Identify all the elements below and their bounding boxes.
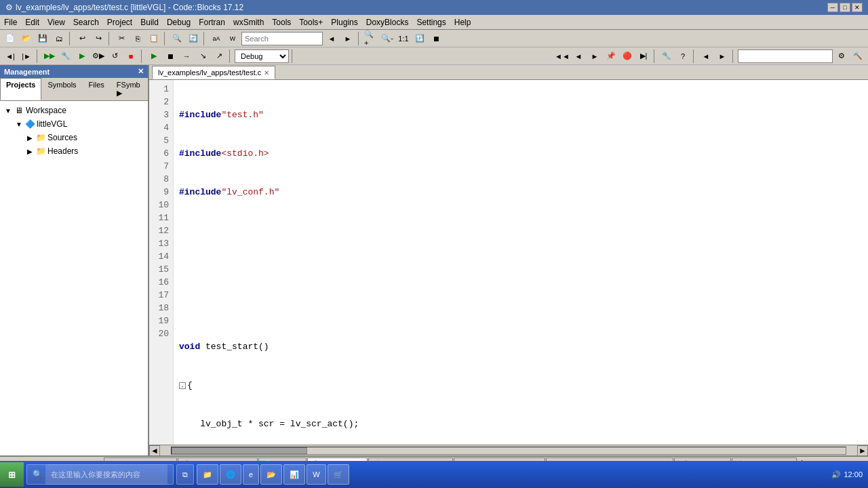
match-case-button[interactable]: aA bbox=[209, 31, 224, 46]
debug-select[interactable]: Debug bbox=[235, 49, 289, 63]
cut-button[interactable]: ✂ bbox=[114, 31, 129, 46]
build-button[interactable]: 🔧 bbox=[58, 49, 73, 64]
nav-prev-button[interactable]: ◄ bbox=[698, 49, 713, 64]
sources-expand-icon[interactable]: ▶ bbox=[24, 132, 35, 143]
zoom-reset-button[interactable]: 1:1 bbox=[396, 31, 411, 46]
menu-wxsmith[interactable]: wxSmith bbox=[229, 16, 268, 28]
menu-search[interactable]: Search bbox=[69, 16, 103, 28]
jump-input[interactable] bbox=[738, 49, 833, 63]
rebuild-button[interactable]: ↺ bbox=[107, 49, 122, 64]
whole-word-button[interactable]: W bbox=[225, 31, 240, 46]
menu-debug[interactable]: Debug bbox=[163, 16, 195, 28]
code-content[interactable]: #include "test.h" #include <stdio.h> #in… bbox=[174, 80, 868, 445]
goto-button[interactable]: ⚙ bbox=[834, 49, 849, 64]
menu-build[interactable]: Build bbox=[136, 16, 163, 28]
tab-close-icon[interactable]: ✕ bbox=[264, 69, 269, 77]
debug-stop-button[interactable]: ⏹ bbox=[163, 49, 178, 64]
paste-button[interactable]: 📋 bbox=[146, 31, 161, 46]
tree-workspace[interactable]: ▼ 🖥 Workspace bbox=[0, 104, 148, 117]
taskbar-store-button[interactable]: 🛒 bbox=[328, 464, 349, 485]
close-button[interactable]: ✕ bbox=[852, 3, 863, 12]
build-run-button[interactable]: ⚙▶ bbox=[91, 49, 106, 64]
menu-edit[interactable]: Edit bbox=[21, 16, 43, 28]
bookmark-prev-button[interactable]: ◄| bbox=[3, 49, 18, 64]
editor-tab-main[interactable]: lv_examples/lv_apps/test/test.c ✕ bbox=[152, 66, 275, 79]
debug-run-button[interactable]: ▶ bbox=[146, 49, 161, 64]
code-editor[interactable]: 12345 678910 1112131415 1617181920 #incl… bbox=[149, 80, 868, 445]
back-button[interactable]: ◄ bbox=[571, 49, 586, 64]
scroll-left-button[interactable]: ◄ bbox=[149, 445, 160, 456]
zoom-out-button[interactable]: 🔍- bbox=[380, 31, 395, 46]
search-prev-button[interactable]: ◄ bbox=[324, 31, 339, 46]
scroll-track[interactable] bbox=[171, 447, 846, 455]
scroll-right-button[interactable]: ► bbox=[857, 445, 868, 456]
redo-button[interactable]: ↪ bbox=[91, 31, 106, 46]
undo-button[interactable]: ↩ bbox=[75, 31, 90, 46]
open-button[interactable]: 📂 bbox=[19, 31, 34, 46]
minimize-button[interactable]: ─ bbox=[827, 3, 838, 12]
search-button[interactable]: 🔍 bbox=[170, 31, 184, 46]
scroll-thumb[interactable] bbox=[172, 447, 307, 454]
tools-btn[interactable]: 🔧 bbox=[659, 49, 674, 64]
tree-project[interactable]: ▼ 🔷 littleVGL bbox=[11, 117, 148, 131]
menu-project[interactable]: Project bbox=[103, 16, 136, 28]
bookmark-toggle-button[interactable]: 📌 bbox=[604, 49, 618, 64]
bookmark-next-button[interactable]: |► bbox=[19, 49, 34, 64]
menu-help[interactable]: Help bbox=[450, 16, 475, 28]
run-to-cursor-button[interactable]: ▶| bbox=[636, 49, 651, 64]
maximize-button[interactable]: □ bbox=[840, 3, 850, 12]
refresh-button[interactable]: 🔃 bbox=[412, 31, 427, 46]
tab-projects[interactable]: Projects bbox=[0, 78, 41, 100]
replace-button[interactable]: 🔄 bbox=[186, 31, 201, 46]
taskbar-ie-button[interactable]: e bbox=[243, 464, 259, 485]
cortana-search-bar[interactable]: 🔍 bbox=[26, 464, 174, 485]
start-button[interactable]: ⊞ bbox=[0, 462, 24, 487]
help-btn[interactable]: ? bbox=[675, 49, 690, 64]
horizontal-scrollbar[interactable]: ◄ ► bbox=[149, 445, 868, 455]
menu-settings[interactable]: Settings bbox=[412, 16, 450, 28]
breakpoint-button[interactable]: 🔴 bbox=[620, 49, 635, 64]
menu-view[interactable]: View bbox=[43, 16, 69, 28]
save-button[interactable]: 💾 bbox=[35, 31, 50, 46]
workspace-expand-icon[interactable]: ▼ bbox=[3, 105, 14, 116]
tab-fsymb[interactable]: FSymb ▶ bbox=[111, 78, 148, 100]
new-button[interactable]: 📄 bbox=[3, 31, 18, 46]
menu-fortran[interactable]: Fortran bbox=[195, 16, 229, 28]
run-button[interactable]: ▶ bbox=[75, 49, 90, 64]
tree-headers[interactable]: ▶ 📁 Headers bbox=[22, 144, 148, 158]
search-input[interactable] bbox=[241, 32, 323, 45]
stop-build-button[interactable]: ■ bbox=[123, 49, 138, 64]
copy-button[interactable]: ⎘ bbox=[130, 31, 145, 46]
step-in-button[interactable]: ↘ bbox=[195, 49, 210, 64]
sidebar-close-icon[interactable]: ✕ bbox=[138, 67, 144, 76]
tree-sources[interactable]: ▶ 📁 Sources bbox=[22, 131, 148, 144]
tools2-button[interactable]: 🔨 bbox=[850, 49, 865, 64]
task-view-button[interactable]: ⧉ bbox=[176, 464, 194, 485]
step-out-button[interactable]: ↗ bbox=[212, 49, 226, 64]
taskbar-files-button[interactable]: 📂 bbox=[260, 464, 282, 485]
stop-button[interactable]: ⏹ bbox=[429, 31, 443, 46]
taskbar-explorer-button[interactable]: 📁 bbox=[197, 464, 218, 485]
prev-button[interactable]: ◄◄ bbox=[555, 49, 570, 64]
menu-doxyblocks[interactable]: DoxyBlocks bbox=[362, 16, 413, 28]
zoom-in-button[interactable]: 🔍+ bbox=[363, 31, 378, 46]
fwd-button[interactable]: ► bbox=[587, 49, 602, 64]
tab-files[interactable]: Files bbox=[83, 78, 111, 100]
compile-button[interactable]: ▶▶ bbox=[42, 49, 57, 64]
next-line-button[interactable]: → bbox=[179, 49, 194, 64]
menu-plugins[interactable]: Plugins bbox=[327, 16, 361, 28]
taskbar-word-button[interactable]: W bbox=[307, 464, 326, 485]
windows-search-input[interactable] bbox=[45, 464, 167, 485]
save-all-button[interactable]: 🗂 bbox=[52, 31, 66, 46]
title-bar-controls[interactable]: ─ □ ✕ bbox=[827, 3, 863, 12]
headers-expand-icon[interactable]: ▶ bbox=[24, 146, 35, 157]
project-expand-icon[interactable]: ▼ bbox=[14, 119, 24, 129]
taskbar-powerpoint-button[interactable]: 📊 bbox=[283, 464, 305, 485]
tab-symbols[interactable]: Symbols bbox=[41, 78, 82, 100]
nav-next-button[interactable]: ► bbox=[715, 49, 730, 64]
menu-toolsplus[interactable]: Tools+ bbox=[295, 16, 327, 28]
search-next-button[interactable]: ► bbox=[340, 31, 355, 46]
menu-file[interactable]: File bbox=[0, 16, 21, 28]
menu-tools[interactable]: Tools bbox=[268, 16, 295, 28]
taskbar-chrome-button[interactable]: 🌐 bbox=[220, 464, 241, 485]
